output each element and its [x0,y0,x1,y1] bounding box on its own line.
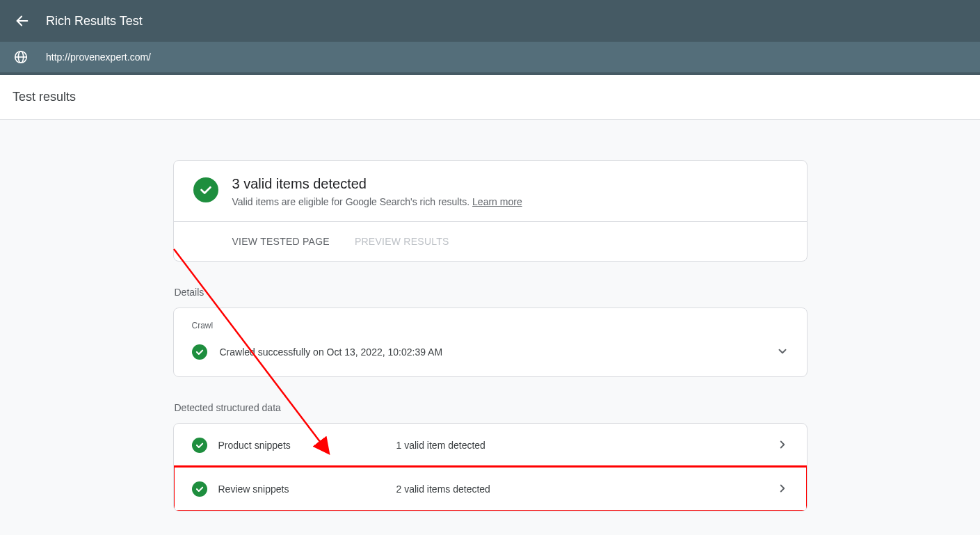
crawl-status-text: Crawled successfully on Oct 13, 2022, 10… [220,346,764,358]
chevron-right-icon [776,482,789,497]
crawl-row[interactable]: Crawled successfully on Oct 13, 2022, 10… [192,344,789,360]
globe-icon [13,49,29,65]
chevron-right-icon [776,438,789,453]
chevron-down-icon [776,345,789,360]
crawl-card: Crawl Crawled successfully on Oct 13, 20… [173,308,808,377]
structured-data-list: Product snippets 1 valid item detected R… [173,423,808,511]
check-circle-icon [192,438,207,453]
summary-title: 3 valid items detected [232,176,522,192]
view-tested-page-button[interactable]: VIEW TESTED PAGE [193,236,330,247]
section-structured-data-label: Detected structured data [175,402,808,413]
list-item-review-snippets[interactable]: Review snippets 2 valid items detected [174,467,807,511]
item-name: Review snippets [218,484,385,495]
learn-more-link[interactable]: Learn more [472,196,522,207]
crawl-label: Crawl [192,321,789,330]
tabs-bar: Test results [0,75,980,120]
tab-test-results[interactable]: Test results [13,90,76,104]
check-circle-icon [193,177,218,202]
content-area: 3 valid items detected Valid items are e… [0,120,980,535]
check-circle-icon [192,344,207,360]
summary-subtitle-text: Valid items are eligible for Google Sear… [232,196,473,207]
summary-subtitle: Valid items are eligible for Google Sear… [232,196,522,207]
list-item-product-snippets[interactable]: Product snippets 1 valid item detected [174,424,807,467]
preview-results-button: PREVIEW RESULTS [355,236,449,247]
check-circle-icon [192,481,207,497]
item-status: 2 valid items detected [396,484,765,495]
page-title: Rich Results Test [46,14,143,29]
item-status: 1 valid item detected [396,440,765,451]
url-bar: http://provenexpert.com/ [0,42,980,75]
summary-card: 3 valid items detected Valid items are e… [173,160,808,262]
top-bar: Rich Results Test [0,0,980,42]
item-name: Product snippets [218,440,385,451]
actions-row: VIEW TESTED PAGE PREVIEW RESULTS [174,221,807,261]
section-details-label: Details [175,287,808,298]
tested-url: http://provenexpert.com/ [46,51,151,63]
back-arrow-icon[interactable] [14,13,31,29]
